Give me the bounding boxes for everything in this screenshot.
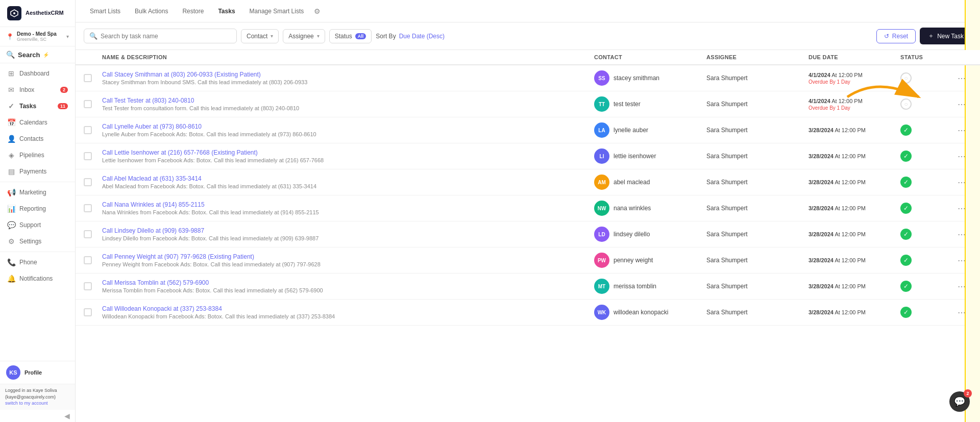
search-input[interactable]	[101, 33, 231, 40]
overdue-text: Overdue By 1 Day	[808, 105, 900, 111]
sidebar-item-payments[interactable]: ▤ Payments	[0, 163, 75, 180]
row-status-cell: ✓	[900, 151, 951, 162]
sidebar-item-pipelines[interactable]: ◈ Pipelines	[0, 147, 75, 163]
lightning-icon: ⚡	[43, 52, 49, 58]
gear-icon[interactable]: ⚙	[314, 7, 321, 15]
row-assignee-cell: Sara Shumpert	[706, 75, 808, 82]
filter-bar: 🔍 Contact ▾ Assignee ▾ Status All Sort B…	[76, 22, 980, 50]
sort-by-label: Sort By	[376, 33, 396, 40]
assignee-filter[interactable]: Assignee ▾	[283, 29, 325, 43]
contact-avatar: LD	[594, 227, 609, 242]
location-selector[interactable]: 📍 Demo - Med Spa Greenville, SC ▾	[0, 27, 75, 46]
row-task-name-cell: Call Merissa Tomblin at (562) 579-6900 M…	[102, 279, 594, 293]
task-name-link[interactable]: Call Lettie Isenhower at (216) 657-7668 …	[102, 149, 594, 156]
row-checkbox[interactable]	[84, 256, 92, 264]
row-checkbox[interactable]	[84, 282, 92, 290]
status-complete-icon[interactable]: ✓	[900, 151, 912, 162]
task-description: Willodean Konopacki from Facebook Ads: B…	[102, 313, 594, 319]
reset-icon: ↺	[884, 33, 889, 40]
sidebar-item-tasks[interactable]: ✓ Tasks 11	[0, 98, 75, 114]
app-logo[interactable]: AesthetixCRM	[0, 0, 75, 27]
status-complete-icon[interactable]: ✓	[900, 281, 912, 292]
task-name-link[interactable]: Call Lindsey Dilello at (909) 639-9887	[102, 227, 594, 234]
sidebar-item-calendars[interactable]: 📅 Calendars	[0, 114, 75, 131]
sidebar-search[interactable]: 🔍 Search ⚡	[6, 51, 69, 59]
user-section[interactable]: KS Profile	[0, 361, 75, 384]
task-name-link[interactable]: Call Nana Wrinkles at (914) 855-2115	[102, 201, 594, 208]
row-checkbox[interactable]	[84, 230, 92, 238]
sidebar-item-inbox[interactable]: ✉ Inbox 2	[0, 82, 75, 98]
sidebar-item-phone[interactable]: 📞 Phone	[0, 254, 75, 270]
location-name: Demo - Med Spa	[17, 31, 57, 37]
tab-restore[interactable]: Restore	[176, 5, 210, 18]
status-complete-icon[interactable]: ✓	[900, 177, 912, 188]
tasks-icon: ✓	[7, 102, 15, 110]
sort-value[interactable]: Due Date (Desc)	[399, 33, 445, 40]
support-icon: 💬	[7, 221, 15, 229]
sidebar-item-label: Tasks	[19, 103, 36, 110]
sort-by: Sort By Due Date (Desc)	[376, 33, 445, 40]
sidebar-item-settings[interactable]: ⚙ Settings	[0, 233, 75, 250]
tab-manage-smart-lists[interactable]: Manage Smart Lists	[243, 5, 310, 18]
row-checkbox[interactable]	[84, 126, 92, 134]
task-name-link[interactable]: Call Willodean Konopacki at (337) 253-83…	[102, 305, 594, 312]
row-checkbox[interactable]	[84, 152, 92, 160]
inbox-icon: ✉	[7, 86, 15, 94]
row-assignee-cell: Sara Shumpert	[706, 127, 808, 134]
table-row: Call Test Tester at (803) 240-0810 Test …	[76, 91, 980, 117]
row-checkbox[interactable]	[84, 178, 92, 186]
contact-filter-label: Contact	[247, 33, 267, 40]
collapse-sidebar-btn[interactable]: ◀	[0, 410, 75, 422]
row-checkbox[interactable]	[84, 74, 92, 82]
status-complete-icon[interactable]: ✓	[900, 307, 912, 318]
row-checkbox[interactable]	[84, 204, 92, 212]
chat-badge: 2	[964, 389, 972, 398]
task-name-link[interactable]: Call Stacey Smithman at (803) 206-0933 (…	[102, 71, 594, 78]
chat-fab[interactable]: 💬 2	[949, 391, 970, 412]
status-complete-icon[interactable]: ✓	[900, 255, 912, 266]
status-filter-label: Status	[335, 33, 352, 40]
due-time: At 12:00 PM	[835, 205, 866, 211]
contact-filter[interactable]: Contact ▾	[241, 29, 279, 43]
row-task-name-cell: Call Test Tester at (803) 240-0810 Test …	[102, 97, 594, 111]
main-content: Smart Lists Bulk Actions Restore Tasks M…	[76, 0, 980, 422]
row-status-cell: ○	[900, 72, 951, 84]
status-pending-icon[interactable]: ○	[900, 72, 912, 84]
collapse-icon: ◀	[64, 412, 70, 420]
sidebar-item-dashboard[interactable]: ⊞ Dashboard	[0, 65, 75, 82]
tab-bulk-actions[interactable]: Bulk Actions	[129, 5, 174, 18]
contact-avatar: AM	[594, 175, 609, 190]
task-name-link[interactable]: Call Merissa Tomblin at (562) 579-6900	[102, 279, 594, 286]
row-checkbox[interactable]	[84, 308, 92, 316]
tab-smart-lists[interactable]: Smart Lists	[84, 5, 127, 18]
th-status: Status	[900, 54, 951, 60]
status-pending-icon[interactable]: ○	[900, 98, 912, 110]
task-name-link[interactable]: Call Abel Maclead at (631) 335-3414	[102, 175, 594, 182]
task-search-box[interactable]: 🔍	[84, 29, 237, 43]
task-description: Lynelle Auber from Facebook Ads: Botox. …	[102, 131, 594, 137]
nav-divider-2	[0, 252, 75, 252]
status-complete-icon[interactable]: ✓	[900, 203, 912, 214]
new-task-button[interactable]: ＋ New Task	[920, 28, 972, 44]
row-contact-cell: NW nana wrinkles	[594, 201, 706, 216]
sidebar-item-support[interactable]: 💬 Support	[0, 217, 75, 233]
reset-button[interactable]: ↺ Reset	[876, 29, 916, 43]
sidebar-item-contacts[interactable]: 👤 Contacts	[0, 131, 75, 147]
task-name-link[interactable]: Call Test Tester at (803) 240-0810	[102, 97, 594, 104]
task-name-link[interactable]: Call Lynelle Auber at (973) 860-8610	[102, 123, 594, 130]
contact-name: lindsey dilello	[614, 231, 650, 238]
sidebar-item-reporting[interactable]: 📊 Reporting	[0, 201, 75, 217]
sidebar-item-marketing[interactable]: 📢 Marketing	[0, 184, 75, 201]
task-name-link[interactable]: Call Penney Weight at (907) 797-9628 (Ex…	[102, 253, 594, 260]
status-filter[interactable]: Status All	[329, 29, 372, 43]
row-status-cell: ✓	[900, 125, 951, 136]
inbox-badge: 2	[60, 87, 68, 93]
tab-tasks[interactable]: Tasks	[212, 5, 241, 18]
status-complete-icon[interactable]: ✓	[900, 229, 912, 240]
sidebar-item-notifications[interactable]: 🔔 Notifications	[0, 270, 75, 287]
sidebar-item-label: Contacts	[19, 135, 43, 142]
row-checkbox[interactable]	[84, 100, 92, 108]
status-complete-icon[interactable]: ✓	[900, 125, 912, 136]
due-date-main: 4/1/2024	[808, 72, 830, 78]
switch-account-link[interactable]: switch to my account	[5, 401, 48, 406]
